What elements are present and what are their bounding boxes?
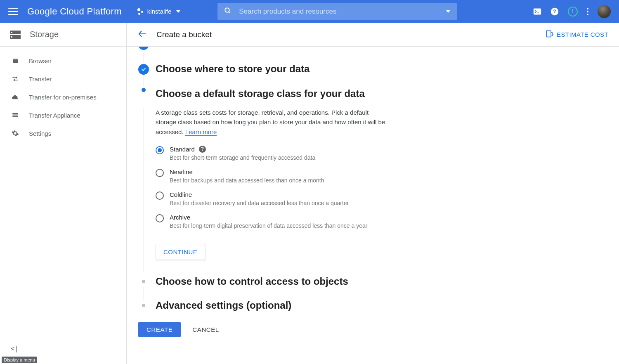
- cancel-button[interactable]: CANCEL: [192, 326, 219, 333]
- collapse-sidebar-icon[interactable]: <|: [11, 345, 18, 352]
- help-icon[interactable]: ?: [550, 7, 559, 16]
- sidebar-item-label: Settings: [29, 130, 51, 137]
- svg-rect-2: [534, 8, 541, 14]
- step-4-title: Choose how to control access to objects: [156, 276, 348, 287]
- radio-coldline[interactable]: Coldline Best for disaster recovery and …: [156, 191, 619, 206]
- action-bar: CREATE CANCEL: [127, 311, 619, 337]
- sidebar-item-transfer-appliance[interactable]: Transfer Appliance: [0, 106, 126, 124]
- radio-nearline[interactable]: Nearline Best for backups and data acces…: [156, 168, 619, 184]
- back-arrow-icon[interactable]: [137, 29, 147, 40]
- help-icon[interactable]: ?: [199, 146, 206, 153]
- page-title: Create a bucket: [156, 30, 536, 39]
- transfer-icon: [12, 75, 19, 83]
- project-icon: [137, 8, 144, 15]
- svg-rect-6: [12, 113, 18, 114]
- step-1-check-icon: [138, 47, 149, 50]
- sidebar-title: Storage: [30, 30, 59, 39]
- logo-text-2: Cloud Platform: [60, 6, 122, 17]
- step-2-check-icon: [138, 64, 149, 75]
- storage-class-radio-group: Standard ? Best for short-term storage a…: [156, 146, 619, 229]
- create-button[interactable]: CREATE: [138, 322, 181, 337]
- topbar-right: ? 1: [533, 5, 611, 18]
- sidebar-item-transfer-onprem[interactable]: Transfer for on-premises: [0, 88, 126, 106]
- avatar[interactable]: [598, 5, 611, 18]
- search-dropdown-icon[interactable]: [446, 10, 450, 13]
- step-2-row[interactable]: Choose where to store your data: [132, 63, 619, 75]
- step-5-dot-icon: [142, 304, 145, 307]
- radio-label: Nearline: [170, 168, 324, 175]
- cloud-upload-icon: [12, 93, 19, 101]
- chevron-down-icon: [176, 10, 180, 13]
- sidebar: Storage Browser Transfer Transfer for on…: [0, 23, 127, 364]
- form-area: Choose where to store your data Choose a…: [127, 47, 619, 354]
- search-box[interactable]: [217, 3, 457, 20]
- cloud-shell-icon[interactable]: [533, 8, 541, 15]
- sidebar-item-label: Transfer: [29, 76, 52, 83]
- step-3-current-dot-icon: [142, 88, 146, 92]
- estimate-icon: [545, 30, 553, 39]
- radio-archive[interactable]: Archive Best for long-term digital prese…: [156, 214, 619, 229]
- top-bar: Google Cloud Platform kinstalife ? 1: [0, 0, 619, 23]
- main-header: Create a bucket ESTIMATE COST: [127, 23, 619, 47]
- notification-count: 1: [571, 8, 574, 14]
- radio-sublabel: Best for short-term storage and frequent…: [170, 154, 315, 161]
- radio-label: Standard: [170, 146, 195, 153]
- storage-service-icon: [10, 31, 21, 39]
- browser-icon: [12, 57, 19, 64]
- sidebar-item-settings[interactable]: Settings: [0, 124, 126, 142]
- project-selector[interactable]: kinstalife: [133, 5, 184, 17]
- search-input[interactable]: [239, 7, 437, 16]
- step-4-row[interactable]: Choose how to control access to objects: [132, 276, 619, 287]
- step-5-title: Advanced settings (optional): [156, 300, 291, 311]
- svg-point-0: [225, 8, 229, 12]
- svg-line-1: [229, 12, 230, 13]
- radio-button-icon[interactable]: [156, 146, 164, 154]
- radio-button-icon[interactable]: [156, 214, 164, 222]
- svg-text:?: ?: [553, 9, 556, 14]
- radio-button-icon[interactable]: [156, 169, 164, 177]
- step-4-dot-icon: [142, 280, 145, 283]
- search-icon: [224, 7, 232, 16]
- gear-icon: [12, 130, 19, 137]
- notifications-badge[interactable]: 1: [568, 7, 578, 17]
- sidebar-item-label: Browser: [29, 57, 52, 64]
- step-2-title: Choose where to store your data: [156, 63, 310, 75]
- step-5-row[interactable]: Advanced settings (optional): [132, 300, 619, 311]
- sidebar-nav: Browser Transfer Transfer for on-premise…: [0, 47, 126, 142]
- logo-text-1: Google: [27, 6, 60, 17]
- learn-more-link[interactable]: Learn more: [185, 128, 217, 136]
- radio-standard[interactable]: Standard ? Best for short-term storage a…: [156, 146, 619, 161]
- step-3-row: Choose a default storage class for your …: [132, 87, 619, 102]
- svg-rect-8: [12, 116, 18, 117]
- sidebar-header: Storage: [0, 23, 126, 47]
- radio-label: Archive: [170, 214, 367, 221]
- radio-label: Coldline: [170, 191, 349, 198]
- project-name: kinstalife: [147, 8, 171, 15]
- svg-rect-9: [546, 31, 551, 37]
- hamburger-menu-icon[interactable]: [8, 8, 18, 15]
- radio-button-icon[interactable]: [156, 191, 164, 200]
- step-3-title: Choose a default storage class for your …: [156, 87, 365, 99]
- main-panel: Create a bucket ESTIMATE COST: [127, 23, 619, 364]
- collapse-tooltip: Display a menu: [2, 357, 37, 363]
- gcp-logo[interactable]: Google Cloud Platform: [27, 6, 122, 17]
- more-options-icon[interactable]: [587, 8, 588, 15]
- continue-button[interactable]: CONTINUE: [156, 244, 205, 260]
- radio-sublabel: Best for long-term digital preservation …: [170, 222, 367, 229]
- sidebar-item-label: Transfer for on-premises: [29, 94, 97, 101]
- estimate-cost-label: ESTIMATE COST: [557, 31, 608, 38]
- radio-sublabel: Best for backups and data accessed less …: [170, 177, 324, 184]
- step-3-description: A storage class sets costs for storage, …: [156, 108, 387, 137]
- sidebar-item-label: Transfer Appliance: [29, 112, 80, 119]
- sidebar-item-browser[interactable]: Browser: [0, 52, 126, 70]
- estimate-cost-button[interactable]: ESTIMATE COST: [545, 30, 608, 39]
- sidebar-item-transfer[interactable]: Transfer: [0, 70, 126, 88]
- svg-rect-7: [12, 115, 18, 116]
- appliance-icon: [12, 111, 19, 119]
- radio-sublabel: Best for disaster recovery and data acce…: [170, 200, 349, 206]
